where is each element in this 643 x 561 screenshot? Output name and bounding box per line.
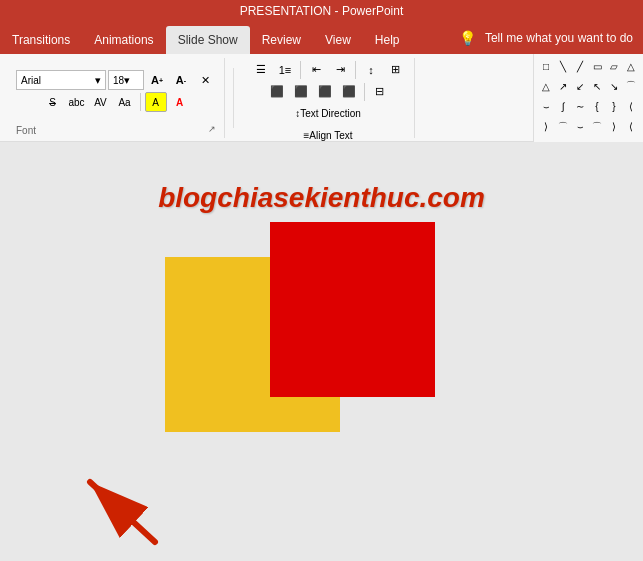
shape-btn-11[interactable]: ↘ [606, 78, 622, 94]
shape-btn-17[interactable]: } [606, 99, 622, 115]
shape-btn-7[interactable]: △ [538, 78, 554, 94]
small-caps-button[interactable]: abc [66, 92, 88, 112]
shape-btn-24[interactable]: ⟨ [623, 119, 639, 135]
tab-view[interactable]: View [313, 26, 363, 54]
font-name-dropdown[interactable]: Arial ▾ [16, 70, 106, 90]
shapes-panel: □ ╲ ╱ ▭ ▱ △ △ ↗ ↙ ↖ ↘ ⌒ ⌣ ∫ ∼ { } ⟨ ⟩ ⌒ … [533, 54, 643, 142]
tab-help[interactable]: Help [363, 26, 412, 54]
font-group-content: Arial ▾ 18 ▾ A+ A- ✕ S abc AV Aa A A [16, 60, 216, 123]
tab-slideshow[interactable]: Slide Show [166, 26, 250, 54]
justify-button[interactable]: ⬛ [338, 82, 360, 102]
numbered-list-button[interactable]: 1≡ [274, 60, 296, 80]
red-rectangle[interactable] [270, 222, 435, 397]
font-row-1: Arial ▾ 18 ▾ A+ A- ✕ [16, 70, 216, 90]
font-size-arrow: ▾ [124, 74, 130, 87]
para-row-3: ↕ Text Direction [291, 104, 365, 124]
shape-btn-18[interactable]: ⟨ [623, 99, 639, 115]
lightbulb-icon: 💡 [459, 30, 476, 46]
shape-btn-15[interactable]: ∼ [572, 99, 588, 115]
strikethrough-button[interactable]: S [42, 92, 64, 112]
shape-btn-9[interactable]: ↙ [572, 78, 588, 94]
shape-btn-21[interactable]: ⌣ [572, 119, 588, 135]
para-row-1: ☰ 1≡ ⇤ ⇥ ↕ ⊞ [250, 60, 406, 80]
arrow-graphic [70, 462, 170, 561]
font-row-2: S abc AV Aa A A [42, 92, 191, 112]
bullet-list-button[interactable]: ☰ [250, 60, 272, 80]
shape-btn-6[interactable]: △ [623, 58, 639, 74]
tab-review[interactable]: Review [250, 26, 313, 54]
align-left-button[interactable]: ⬛ [266, 82, 288, 102]
paragraph-group: ☰ 1≡ ⇤ ⇥ ↕ ⊞ ⬛ ⬛ ⬛ ⬛ ⊟ ↕ Text Di [242, 58, 415, 138]
shape-btn-16[interactable]: { [589, 99, 605, 115]
text-columns-button[interactable]: ⊟ [369, 82, 391, 102]
tell-me-text: Tell me what you want to do [485, 31, 633, 45]
font-size-dropdown[interactable]: 18 ▾ [108, 70, 144, 90]
ribbon-separator-1 [233, 68, 234, 128]
text-direction-button[interactable]: ↕ Text Direction [291, 104, 365, 124]
shape-btn-23[interactable]: ⟩ [606, 119, 622, 135]
canvas-area[interactable]: blogchiasekienthuc.com [0, 142, 643, 561]
increase-font-button[interactable]: A+ [146, 70, 168, 90]
title-text: PRESENTATION - PowerPoint [240, 4, 404, 18]
title-bar: PRESENTATION - PowerPoint [0, 0, 643, 22]
watermark-text: blogchiasekienthuc.com [158, 182, 485, 214]
clear-format-button[interactable]: ✕ [194, 70, 216, 90]
tell-me-bar[interactable]: 💡 Tell me what you want to do [449, 22, 643, 54]
font-group-label: Font [16, 125, 36, 136]
shape-btn-3[interactable]: ╱ [572, 58, 588, 74]
line-spacing-button[interactable]: ↕ [360, 60, 382, 80]
font-size-value: 18 [113, 75, 124, 86]
shape-btn-22[interactable]: ⌒ [589, 119, 605, 135]
ribbon-tabs: Transitions Animations Slide Show Review… [0, 22, 643, 54]
shape-btn-14[interactable]: ∫ [555, 99, 571, 115]
font-group: Arial ▾ 18 ▾ A+ A- ✕ S abc AV Aa A A [8, 58, 225, 138]
font-name-value: Arial [21, 75, 95, 86]
tab-animations[interactable]: Animations [82, 26, 165, 54]
arrow-svg [70, 462, 170, 561]
shape-btn-8[interactable]: ↗ [555, 78, 571, 94]
increase-indent-button[interactable]: ⇥ [329, 60, 351, 80]
font-color-button[interactable]: A [169, 92, 191, 112]
tab-transitions[interactable]: Transitions [0, 26, 82, 54]
decrease-font-button[interactable]: A- [170, 70, 192, 90]
shape-btn-1[interactable]: □ [538, 58, 554, 74]
decrease-indent-button[interactable]: ⇤ [305, 60, 327, 80]
svg-line-1 [90, 482, 155, 542]
text-highlight-button[interactable]: A [145, 92, 167, 112]
shape-btn-4[interactable]: ▭ [589, 58, 605, 74]
shape-btn-10[interactable]: ↖ [589, 78, 605, 94]
para-row-2: ⬛ ⬛ ⬛ ⬛ ⊟ [266, 82, 391, 102]
shape-btn-13[interactable]: ⌣ [538, 99, 554, 115]
character-spacing-button[interactable]: AV [90, 92, 112, 112]
font-size-change-button[interactable]: Aa [114, 92, 136, 112]
font-dropdown-arrow: ▾ [95, 74, 101, 87]
shape-btn-20[interactable]: ⌒ [555, 119, 571, 135]
shape-btn-5[interactable]: ▱ [606, 58, 622, 74]
shape-btn-19[interactable]: ⟩ [538, 119, 554, 135]
shape-btn-12[interactable]: ⌒ [623, 78, 639, 94]
font-expand-button[interactable]: ↗ [208, 124, 216, 134]
align-right-button[interactable]: ⬛ [314, 82, 336, 102]
columns-button[interactable]: ⊞ [384, 60, 406, 80]
align-center-button[interactable]: ⬛ [290, 82, 312, 102]
ribbon: Arial ▾ 18 ▾ A+ A- ✕ S abc AV Aa A A [0, 54, 643, 142]
shape-btn-2[interactable]: ╲ [555, 58, 571, 74]
